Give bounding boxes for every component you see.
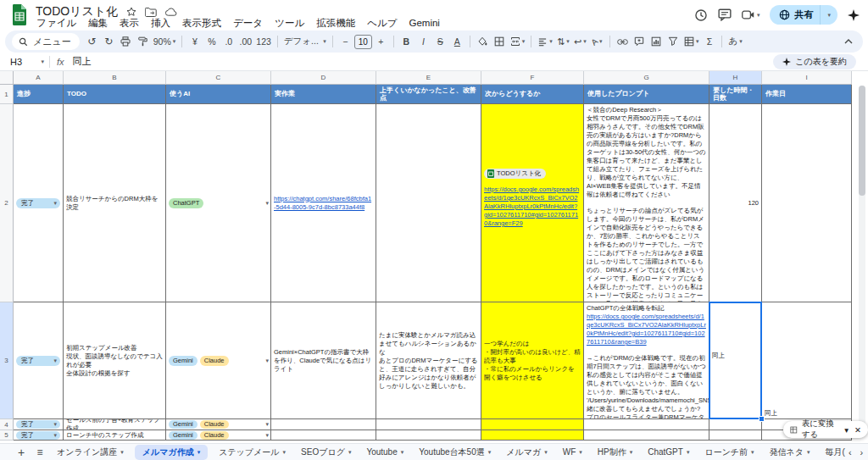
menu-edit[interactable]: 編集 xyxy=(82,17,114,29)
tabs-scroll-right-icon[interactable]: › xyxy=(860,447,864,457)
gemini-spark-icon[interactable] xyxy=(848,9,860,21)
progress-select-row5[interactable]: 完了▾ xyxy=(16,431,60,440)
format-percent-button[interactable]: % xyxy=(203,33,220,50)
cell-d2[interactable]: https://chatgpt.com/share/68fcbfa1-5d44-… xyxy=(271,104,376,302)
row-header-3[interactable]: 3 xyxy=(0,302,14,419)
cell-e2[interactable] xyxy=(376,104,481,302)
col-header-c[interactable]: C xyxy=(166,71,271,85)
header-todo[interactable]: TODO xyxy=(64,85,166,104)
header-time[interactable]: 要した時間・日数 xyxy=(709,85,762,104)
video-call-icon[interactable]: ▾ xyxy=(742,10,760,19)
convert-to-table-button[interactable]: ▾ xyxy=(682,33,701,50)
col-header-d[interactable]: D xyxy=(271,71,376,85)
cell-g4[interactable] xyxy=(584,419,709,430)
sheet-tab-10[interactable]: ローンチ前▾ xyxy=(697,445,761,460)
ai-chip-claude[interactable]: Claude xyxy=(200,420,229,429)
header-ai[interactable]: 使うAI xyxy=(166,85,271,104)
share-caret-icon[interactable]: ▾ xyxy=(821,5,837,25)
dropdown-caret-icon[interactable]: ▾ xyxy=(265,420,269,429)
cell-d5[interactable] xyxy=(271,430,376,441)
col-header-h[interactable]: H xyxy=(709,71,762,85)
cell-i3[interactable]: 同上 xyxy=(762,302,852,419)
header-prompt[interactable]: 使用したプロンプト xyxy=(584,85,709,104)
convert-to-table-popup[interactable]: 表に変換する ▾ ✕ xyxy=(783,421,868,438)
decrease-font-size-button[interactable]: − xyxy=(337,33,353,50)
ai-chip-gemini[interactable]: Gemini xyxy=(169,356,198,366)
cell-e3[interactable]: たまに実体験とかメルマガ読み込ませてもハルシネーションあるかな あとプロのDRM… xyxy=(376,302,481,419)
cell-h4[interactable] xyxy=(709,419,762,430)
menu-format[interactable]: 表示形式 xyxy=(176,17,227,29)
summarize-table-button[interactable]: この表を要約 xyxy=(773,54,856,69)
work-link-row2[interactable]: https://chatgpt.com/share/68fcbfa1-5d44-… xyxy=(274,195,373,212)
header-date[interactable]: 作業日 xyxy=(762,85,852,104)
cell-b5[interactable]: ローンチ中のステップ作成 xyxy=(64,430,166,441)
font-size-input[interactable]: 10 xyxy=(354,35,372,49)
fill-handle[interactable] xyxy=(759,416,765,422)
sheet-tab-6[interactable]: メルマガ▾ xyxy=(498,445,554,460)
sheet-tab-9[interactable]: ChatGPT▾ xyxy=(640,446,697,458)
cell-h5[interactable] xyxy=(709,430,762,441)
cell-d4[interactable] xyxy=(271,419,376,430)
cell-b2[interactable]: 競合リサーチからのDRM大枠を決定 xyxy=(64,104,166,302)
progress-select-row2[interactable]: 完了▾ xyxy=(16,198,60,208)
progress-select-row3[interactable]: 完了▾ xyxy=(16,356,60,366)
sheet-tab-2[interactable]: ステップメール▾ xyxy=(211,445,293,460)
sheets-logo-icon[interactable] xyxy=(11,3,28,26)
font-family-select[interactable]: デフォ...▾ xyxy=(282,33,328,50)
row-header-4[interactable]: 4 xyxy=(0,419,14,430)
cell-a4[interactable]: 完了▾ xyxy=(14,419,64,430)
format-currency-button[interactable]: ¥ xyxy=(186,33,203,50)
menu-gemini[interactable]: Gemini xyxy=(403,17,445,29)
cell-c4[interactable]: Gemini Claude ▾ xyxy=(166,419,271,430)
header-next[interactable]: 次からどうするか xyxy=(481,85,584,104)
name-box[interactable]: H3▾ xyxy=(0,57,49,67)
sheet-tab-5[interactable]: Youtube台本50選▾ xyxy=(411,445,498,460)
cell-i2[interactable] xyxy=(762,104,852,302)
sheet-tab-7[interactable]: WF▾ xyxy=(555,446,590,458)
hide-toolbar-button[interactable] xyxy=(840,33,856,50)
progress-select-row4[interactable]: 完了▾ xyxy=(16,420,60,429)
undo-button[interactable]: ↺ xyxy=(84,33,100,50)
increase-decimals-button[interactable]: .00 xyxy=(237,33,253,50)
col-header-g[interactable]: G xyxy=(584,71,709,85)
insert-link-button[interactable] xyxy=(615,33,631,50)
tabs-scroll-left-icon[interactable]: ‹ xyxy=(849,447,852,457)
cell-g2[interactable]: ＜競合のDeep Research＞ 女性でDRMで月商500万円売ってるのは相… xyxy=(584,104,709,302)
paint-format-button[interactable] xyxy=(135,33,151,50)
dropdown-caret-icon[interactable]: ▾ xyxy=(265,199,269,208)
cell-a2[interactable]: 完了▾ xyxy=(14,104,64,302)
more-formats-button[interactable]: 123 xyxy=(254,33,273,50)
input-tools-button[interactable]: あ▾ xyxy=(726,33,743,50)
cell-h2[interactable]: 120 xyxy=(709,104,762,302)
cell-e5[interactable] xyxy=(376,430,481,441)
sheet-tab-11[interactable]: 発信ネタ▾ xyxy=(762,445,818,460)
sheet-tab-1-active[interactable]: メルマガ作成▾ xyxy=(135,445,208,460)
ai-chip-claude[interactable]: Claude xyxy=(200,356,229,366)
insert-comment-button[interactable] xyxy=(632,33,648,50)
sheet-tab-8[interactable]: HP制作▾ xyxy=(590,445,640,460)
menu-insert[interactable]: 挿入 xyxy=(145,17,176,29)
prompt-link-row3[interactable]: https://docs.google.com/spreadsheets/d/1… xyxy=(587,313,706,346)
cell-c3[interactable]: Gemini Claude ▾ xyxy=(166,302,271,419)
header-issues[interactable]: 上手くいかなかったこと、改善点 xyxy=(376,85,481,104)
text-wrap-button[interactable]: ↩▾ xyxy=(572,33,588,50)
add-sheet-button[interactable]: + xyxy=(12,446,31,459)
cell-f4[interactable] xyxy=(481,419,584,430)
cell-b3[interactable]: 初期ステップメール改善 現状、面談誘導なしなのでテコ入れが必要 全体設計の根拠を… xyxy=(64,302,166,419)
cell-c5[interactable]: Gemini Claude ▾ xyxy=(166,430,271,441)
vertical-scrollbar[interactable] xyxy=(859,86,865,436)
header-progress[interactable]: 進捗 xyxy=(14,85,64,104)
decrease-decimals-button[interactable]: .0 xyxy=(220,33,236,50)
sheet-tab-4[interactable]: Youtube▾ xyxy=(359,446,411,458)
col-header-a[interactable]: A xyxy=(14,71,64,85)
insert-chart-button[interactable] xyxy=(648,33,665,50)
menu-tools[interactable]: ツール xyxy=(269,17,310,29)
ai-chip-chatgpt[interactable]: ChatGPT xyxy=(169,198,203,208)
sheet-tab-0[interactable]: オンライン講座▾ xyxy=(49,445,131,460)
all-sheets-button[interactable]: ≡ xyxy=(31,446,49,458)
vertical-align-button[interactable]: ⇅▾ xyxy=(555,33,571,50)
print-button[interactable] xyxy=(118,33,134,50)
ai-chip-gemini[interactable]: Gemini xyxy=(169,420,198,429)
cell-g3[interactable]: ChatGPTの全体戦略を転記 https://docs.google.com/… xyxy=(584,302,709,419)
ai-chip-gemini[interactable]: Gemini xyxy=(169,431,198,440)
